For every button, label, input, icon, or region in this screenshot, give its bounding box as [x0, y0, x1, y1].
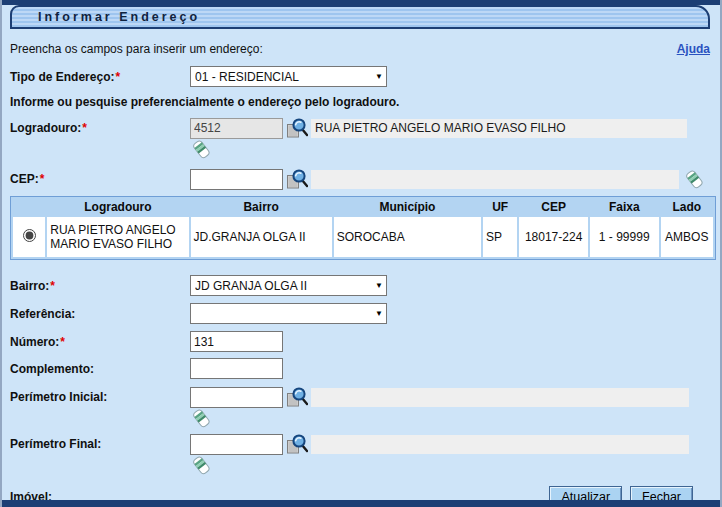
- complemento-label: Complemento:: [10, 362, 190, 376]
- search-icon[interactable]: [286, 117, 308, 139]
- perimetro-final-eraser-row: [192, 455, 712, 475]
- informar-endereco-window: Informar Endereço Preencha os campos par…: [0, 0, 722, 507]
- required-marker: *: [50, 279, 55, 293]
- intro-row: Preencha os campos para inserir um ender…: [10, 41, 712, 57]
- bairro-row: Bairro:* JD GRANJA OLGA II ▼: [10, 275, 712, 296]
- eraser-icon[interactable]: [192, 455, 211, 476]
- cep-descricao-field: [311, 170, 679, 189]
- bairro-select[interactable]: JD GRANJA OLGA II ▼: [190, 275, 387, 296]
- logradouro-eraser-row: [192, 139, 712, 159]
- window-title-bar: Informar Endereço: [10, 5, 710, 29]
- required-marker: *: [82, 121, 87, 135]
- cep-row: CEP:*: [10, 168, 712, 190]
- tipo-endereco-row: Tipo de Endereço:* 01 - RESIDENCIAL ▼: [10, 66, 712, 87]
- search-hint-note: Informe ou pesquise preferencialmente o …: [10, 95, 712, 109]
- col-header-bairro: Bairro: [191, 199, 332, 215]
- col-header-uf: UF: [483, 199, 517, 215]
- col-header-municipio: Município: [334, 199, 481, 215]
- perimetro-inicial-label: Perímetro Inicial:: [10, 390, 190, 404]
- cell-cep: 18017-224: [519, 217, 588, 257]
- cep-input[interactable]: [190, 169, 283, 190]
- cell-bairro: JD.GRANJA OLGA II: [191, 217, 332, 257]
- bairro-value: JD GRANJA OLGA II: [195, 279, 372, 293]
- col-header-logradouro: Logradouro: [47, 199, 188, 215]
- help-link[interactable]: Ajuda: [677, 42, 710, 56]
- page-title: Informar Endereço: [38, 10, 200, 24]
- perimetro-inicial-row: Perímetro Inicial:: [10, 386, 712, 408]
- numero-input[interactable]: [190, 331, 283, 352]
- form-body: Preencha os campos para inserir um ender…: [2, 41, 720, 507]
- referencia-label: Referência:: [10, 307, 190, 321]
- complemento-row: Complemento:: [10, 358, 712, 379]
- eraser-icon[interactable]: [192, 139, 211, 160]
- radio-col-header: [13, 199, 45, 215]
- numero-row: Número:*: [10, 331, 712, 352]
- chevron-down-icon: ▼: [372, 281, 383, 290]
- cell-logradouro: RUA PIETRO ANGELO MARIO EVASO FILHO: [47, 217, 188, 257]
- intro-text: Preencha os campos para inserir um ender…: [10, 42, 263, 56]
- perimetro-final-row: Perímetro Final:: [10, 433, 712, 455]
- required-marker: *: [40, 172, 45, 186]
- search-icon[interactable]: [286, 386, 308, 408]
- perimetro-final-label: Perímetro Final:: [10, 437, 190, 451]
- cep-label: CEP:*: [10, 172, 190, 186]
- logradouro-results-table: Logradouro Bairro Município UF CEP Faixa…: [10, 196, 716, 260]
- bottom-border-bar: [2, 500, 720, 507]
- perimetro-inicial-input[interactable]: [190, 387, 283, 408]
- table-header-row: Logradouro Bairro Município UF CEP Faixa…: [13, 199, 713, 215]
- tipo-endereco-label: Tipo de Endereço:*: [10, 70, 190, 84]
- row-select-cell: [13, 217, 45, 257]
- search-icon[interactable]: [286, 168, 308, 190]
- required-marker: *: [60, 335, 65, 349]
- perimetro-inicial-descricao-field: [311, 388, 689, 407]
- cell-faixa: 1 - 99999: [590, 217, 659, 257]
- eraser-icon[interactable]: [685, 169, 704, 190]
- numero-label: Número:*: [10, 335, 190, 349]
- logradouro-descricao-field: RUA PIETRO ANGELO MARIO EVASO FILHO: [311, 119, 687, 138]
- perimetro-final-descricao-field: [311, 435, 689, 454]
- cell-municipio: SOROCABA: [334, 217, 481, 257]
- tipo-endereco-select[interactable]: 01 - RESIDENCIAL ▼: [190, 66, 387, 87]
- chevron-down-icon: ▼: [372, 72, 383, 81]
- logradouro-code-input[interactable]: [190, 118, 283, 139]
- complemento-input[interactable]: [190, 358, 283, 379]
- search-icon[interactable]: [286, 433, 308, 455]
- logradouro-row: Logradouro:* RUA PIETRO ANGELO MARIO EVA…: [10, 117, 712, 139]
- cell-uf: SP: [483, 217, 517, 257]
- col-header-cep: CEP: [519, 199, 588, 215]
- col-header-faixa: Faixa: [590, 199, 659, 215]
- chevron-down-icon: ▼: [372, 309, 383, 318]
- row-select-radio[interactable]: [23, 229, 36, 242]
- required-marker: *: [115, 70, 120, 84]
- col-header-lado: Lado: [661, 199, 713, 215]
- referencia-select[interactable]: ▼: [190, 303, 387, 324]
- logradouro-label: Logradouro:*: [10, 121, 190, 135]
- perimetro-final-input[interactable]: [190, 434, 283, 455]
- tipo-endereco-value: 01 - RESIDENCIAL: [195, 70, 372, 84]
- bairro-label: Bairro:*: [10, 279, 190, 293]
- perimetro-inicial-eraser-row: [192, 408, 712, 428]
- table-row: RUA PIETRO ANGELO MARIO EVASO FILHO JD.G…: [13, 217, 713, 257]
- eraser-icon[interactable]: [192, 408, 211, 429]
- referencia-row: Referência: ▼: [10, 303, 712, 324]
- cell-lado: AMBOS: [661, 217, 713, 257]
